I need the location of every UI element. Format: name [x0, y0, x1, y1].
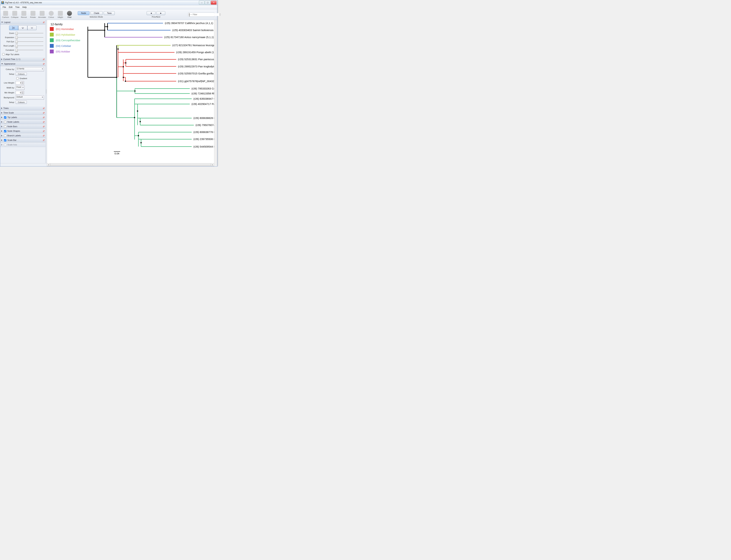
- selmode-clade[interactable]: Clade: [91, 11, 103, 15]
- nodebars-checkbox[interactable]: [4, 125, 6, 128]
- chevron-right-icon: [1, 112, 2, 114]
- panel-layout-header[interactable]: Layout 📌: [0, 20, 45, 25]
- fisheye-slider[interactable]: [16, 40, 44, 43]
- tip-label[interactable]: (r25) 817347160 Aotus nancymaae (5,1,1): [164, 36, 214, 39]
- panel-tiplabels[interactable]: Tip Labels📌: [0, 115, 45, 120]
- expansion-slider[interactable]: [16, 36, 44, 39]
- minimize-button[interactable]: —: [199, 1, 205, 5]
- tip-label[interactable]: (r26) 635036947 Chlorocebus sabaeus (3,1…: [193, 97, 214, 100]
- colourby-select[interactable]: 12-family: [16, 67, 44, 71]
- menu-file[interactable]: File: [1, 6, 7, 9]
- tip-label[interactable]: (r31) gi|4757876|ref|NP_004326.1| Homo s…: [178, 80, 214, 83]
- pin-icon[interactable]: 📌: [42, 139, 44, 141]
- nodeshapes-checkbox[interactable]: [4, 130, 6, 132]
- tip-label[interactable]: (r29) 525507015 Gorilla gorilla (1,1,1): [178, 72, 214, 75]
- pin-icon[interactable]: 📌: [42, 125, 44, 128]
- tree-canvas[interactable]: 12-family (01) Hominidae(02) Hylobatidae…: [47, 20, 214, 163]
- panel-scaleaxis[interactable]: Scale Axis: [0, 142, 45, 147]
- layout-rectangular[interactable]: [9, 26, 18, 30]
- close-button[interactable]: ✕: [211, 1, 216, 5]
- tip-label[interactable]: (r26) 402904717 Papio anubis (3,1,1): [192, 102, 214, 105]
- curvature-slider[interactable]: [16, 48, 44, 52]
- colours-button2[interactable]: Colours: [16, 101, 27, 104]
- tool-annotate[interactable]: Annotate: [38, 11, 46, 18]
- rootlength-slider[interactable]: [16, 44, 44, 47]
- panel-appearance-header[interactable]: Appearance📌: [0, 62, 45, 66]
- panel-timescale[interactable]: Time Scale📌: [0, 111, 45, 115]
- tool-colour[interactable]: Colour: [47, 11, 56, 18]
- tool-find[interactable]: Find: [65, 11, 74, 18]
- zoom-slider[interactable]: [16, 32, 44, 35]
- pin-icon[interactable]: 📌: [42, 63, 44, 65]
- panel-branchlabels[interactable]: Branch Labels📌: [0, 133, 45, 138]
- pin-icon[interactable]: 📌: [42, 130, 44, 132]
- tip-label[interactable]: (r26) 544509544 Macaca fascicularis (3,1…: [193, 145, 214, 148]
- tip-label[interactable]: (r25) 403303403 Saimiri boliviensis boli…: [172, 29, 214, 32]
- filter-box[interactable]: ▼ ✕: [188, 12, 214, 17]
- tip-label[interactable]: (r25) 390478707 Callithrix jacchus (4,1,…: [165, 22, 213, 25]
- tip-label[interactable]: (r26) 806638776 Macaca nemestrina (3,1,1…: [193, 131, 214, 134]
- scroll-left-button[interactable]: ◄: [47, 163, 50, 166]
- selmode-node[interactable]: Node: [78, 11, 89, 15]
- tip-label[interactable]: (r26) 795333263 Colobus angolensis palli…: [192, 87, 214, 90]
- scroll-right-button[interactable]: ►: [211, 163, 214, 166]
- colours-button[interactable]: Colours: [16, 72, 27, 76]
- prev-button[interactable]: ◄: [147, 11, 155, 15]
- filter-input[interactable]: [192, 13, 219, 16]
- spin-up-icon[interactable]: ▲: [21, 91, 24, 93]
- panel-currenttree[interactable]: Current Tree: 1 / 1📌: [0, 57, 45, 62]
- tool-hilight[interactable]: Hilight: [56, 11, 65, 18]
- menu-help[interactable]: Help: [21, 6, 28, 9]
- tiplabels-checkbox[interactable]: [4, 116, 6, 119]
- panel-nodeshapes[interactable]: Node Shapes📌: [0, 129, 45, 133]
- tool-cartoon[interactable]: Cartoon: [1, 11, 10, 18]
- spin-down-icon[interactable]: ▼: [21, 83, 24, 84]
- horizontal-scrollbar[interactable]: ◄ ►: [47, 163, 214, 166]
- tool-rotate[interactable]: Rotate: [29, 11, 37, 18]
- spin-down-icon[interactable]: ▼: [21, 93, 24, 94]
- menu-tree[interactable]: Tree: [14, 6, 21, 9]
- tip-label[interactable]: (r26) 806638828 Cercocebus atys (3,1,1): [193, 116, 214, 119]
- svg-point-9: [134, 117, 135, 118]
- pin-icon[interactable]: 📌: [42, 116, 44, 118]
- tool-collapse[interactable]: Collapse: [10, 11, 19, 18]
- tip-label[interactable]: (r27) 821324761 Nomascus leucogenys (2,1…: [172, 44, 214, 47]
- nodelabels-checkbox[interactable]: [4, 121, 6, 123]
- tip-label[interactable]: (r29) 525313831 Pan paniscus (1,1,1): [178, 58, 214, 61]
- pin-icon[interactable]: 📌: [42, 21, 44, 23]
- splitter[interactable]: [46, 20, 47, 163]
- layout-polar[interactable]: [18, 26, 27, 30]
- panel-trees[interactable]: Trees📌: [0, 106, 45, 111]
- panel-nodebars[interactable]: Node Bars📌: [0, 124, 45, 129]
- layout-radial[interactable]: [27, 26, 36, 30]
- selmode-taxa[interactable]: Taxa: [104, 11, 115, 15]
- pin-icon[interactable]: 📌: [42, 107, 44, 109]
- panel-nodelabels[interactable]: Node Labels📌: [0, 120, 45, 124]
- tip-label[interactable]: (r29) 299522973 Pan troglodytes (1,1,1): [178, 65, 214, 68]
- minweight-stepper[interactable]: ▲▼: [16, 91, 24, 94]
- vertical-scrollbar[interactable]: [214, 20, 217, 163]
- scalebar-checkbox[interactable]: [4, 139, 6, 141]
- gradient-checkbox[interactable]: [16, 77, 19, 79]
- lineweight-stepper[interactable]: ▲▼: [16, 81, 24, 85]
- maximize-button[interactable]: ☐: [205, 1, 211, 5]
- branchlabels-checkbox[interactable]: [4, 135, 6, 137]
- clear-filter-button[interactable]: ✕: [219, 13, 221, 16]
- next-button[interactable]: ►: [156, 11, 165, 15]
- scaleaxis-checkbox[interactable]: [4, 144, 6, 146]
- tip-label[interactable]: (r26) 239735506 Macaca mulatta (3,1,1): [193, 138, 214, 141]
- menu-edit[interactable]: Edit: [7, 6, 14, 9]
- panel-scalebar[interactable]: Scale Bar📌: [0, 138, 45, 142]
- pin-icon[interactable]: 📌: [42, 135, 44, 137]
- tip-label[interactable]: (r26) 795076074 Mandrillus leucophaeus (…: [196, 124, 214, 126]
- tool-reroot[interactable]: Reroot: [19, 11, 28, 18]
- widthby-select[interactable]: Fixed: [16, 86, 25, 90]
- pin-icon[interactable]: 📌: [42, 121, 44, 123]
- align-tip-labels-checkbox[interactable]: [2, 53, 5, 55]
- background-select[interactable]: Default: [16, 95, 44, 100]
- pin-icon[interactable]: 📌: [42, 112, 44, 114]
- pin-icon[interactable]: 📌: [42, 58, 44, 60]
- spin-up-icon[interactable]: ▲: [21, 81, 24, 83]
- tip-label[interactable]: (r26) 724813358 Rhinopithecus roxellana …: [192, 92, 214, 95]
- tip-label[interactable]: (r28) 289191459 Pongo abelii (1,1,1): [176, 51, 214, 54]
